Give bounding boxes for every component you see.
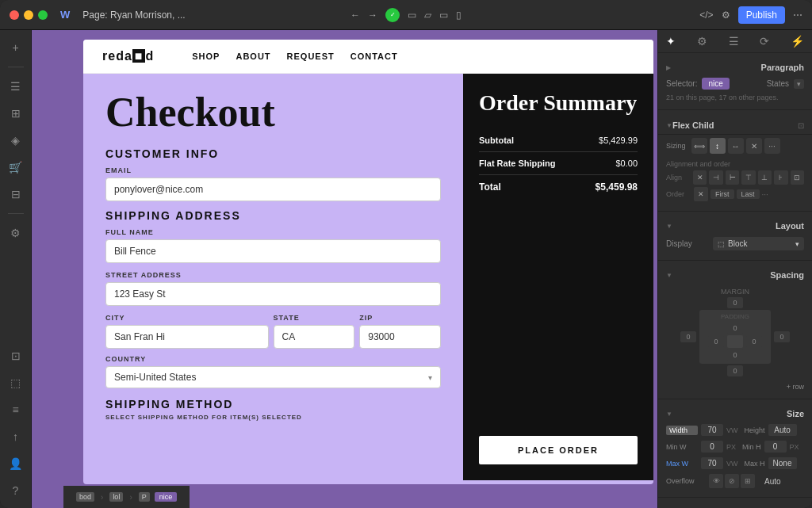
sidebar-item-cursor[interactable]: ⊡ bbox=[5, 345, 27, 367]
website-preview: reda■d SHOP ABOUT REQUEST CONTACT Checko… bbox=[83, 40, 653, 484]
state-label: STATE bbox=[274, 314, 355, 322]
sidebar-item-select[interactable]: ⬚ bbox=[5, 372, 27, 394]
sidebar-item-help[interactable]: ? bbox=[5, 479, 27, 502]
code-icon[interactable]: </> bbox=[699, 10, 713, 21]
sidebar-item-settings[interactable]: ⚙ bbox=[5, 222, 27, 244]
state-input[interactable]: CA bbox=[274, 325, 355, 349]
interactions-panel-icon[interactable]: ⟳ bbox=[760, 35, 769, 48]
email-input[interactable]: ponylover@nice.com bbox=[105, 178, 441, 201]
country-value: Semi-United States bbox=[114, 372, 428, 383]
mobile-landscape-icon[interactable]: ▭ bbox=[439, 10, 448, 21]
height-input[interactable]: Auto bbox=[768, 424, 797, 436]
overflow-scroll-icon[interactable]: ⊞ bbox=[741, 474, 755, 488]
total-value: $5,459.98 bbox=[596, 181, 638, 193]
margin-label: MARGIN bbox=[666, 288, 804, 296]
canvas-area[interactable]: reda■d SHOP ABOUT REQUEST CONTACT Checko… bbox=[32, 30, 657, 508]
size-header[interactable]: ▼ Size bbox=[658, 406, 812, 422]
minw-input[interactable]: 0 bbox=[701, 441, 723, 453]
zip-input[interactable]: 93000 bbox=[359, 325, 441, 349]
sidebar-item-export[interactable]: ↑ bbox=[5, 426, 27, 448]
padding-left[interactable]: 0 bbox=[708, 336, 724, 347]
sidebar-item-cms[interactable]: ⊟ bbox=[5, 183, 27, 205]
breadcrumb-p-nice[interactable]: P nice bbox=[132, 490, 184, 504]
sidebar-item-components[interactable]: ◈ bbox=[5, 129, 27, 151]
settings-panel-icon[interactable]: ⚙ bbox=[697, 35, 707, 48]
order-last-button[interactable]: Last bbox=[737, 189, 760, 199]
layout-header[interactable]: ▼ Layout bbox=[658, 218, 812, 234]
sidebar-item-user[interactable]: 👤 bbox=[5, 453, 27, 475]
zip-label: ZIP bbox=[359, 314, 441, 322]
minimize-button[interactable] bbox=[24, 10, 33, 20]
fullname-input[interactable]: Bill Fence bbox=[105, 239, 441, 263]
breadcrumb-bod[interactable]: bod bbox=[70, 490, 101, 504]
align-left-icon[interactable]: ⊣ bbox=[709, 170, 722, 185]
street-input[interactable]: 123 Easy St bbox=[105, 282, 441, 306]
stretch-icon[interactable]: ↕ bbox=[710, 138, 726, 154]
mobile-portrait-icon[interactable]: ▯ bbox=[456, 10, 462, 21]
layout-panel-icon[interactable]: ☰ bbox=[729, 35, 739, 48]
place-order-button[interactable]: PLACE ORDER bbox=[479, 436, 638, 464]
height-label-sm: Height bbox=[745, 426, 765, 434]
country-select[interactable]: Semi-United States ▾ bbox=[105, 366, 441, 388]
sidebar-item-layers[interactable]: ⊞ bbox=[5, 102, 27, 124]
title-bar: W Page: Ryan Morrison, ... ← → ✓ ▭ ▱ ▭ ▯… bbox=[0, 0, 812, 30]
style-panel-icon[interactable]: ✦ bbox=[666, 35, 676, 48]
paragraph-header[interactable]: ▶ Paragraph bbox=[658, 59, 812, 75]
more-sizing-icon[interactable]: ··· bbox=[764, 138, 780, 154]
layout-section: ▼ Layout Display ⬚ Block ▾ bbox=[658, 212, 812, 261]
width-input[interactable]: 70 bbox=[701, 424, 723, 436]
overflow-hidden-icon[interactable]: ⊘ bbox=[725, 474, 739, 488]
publish-button[interactable]: Publish bbox=[738, 6, 785, 24]
align-right-icon[interactable]: ⊤ bbox=[741, 170, 755, 185]
margin-right[interactable]: 0 bbox=[774, 331, 790, 342]
selector-value[interactable]: nice bbox=[702, 78, 729, 90]
fit-icon[interactable]: ↔ bbox=[728, 138, 744, 154]
margin-top[interactable]: 0 bbox=[727, 297, 743, 308]
desktop-icon[interactable]: ▭ bbox=[408, 10, 416, 21]
states-dropdown[interactable]: ▾ bbox=[794, 79, 804, 89]
add-spacing-button[interactable]: + row bbox=[787, 383, 804, 391]
fill-icon[interactable]: ✕ bbox=[746, 138, 762, 154]
overflow-visible-icon[interactable]: 👁 bbox=[709, 474, 723, 488]
margin-bottom[interactable]: 0 bbox=[727, 365, 743, 376]
padding-right[interactable]: 0 bbox=[746, 336, 762, 347]
order-x-icon[interactable]: ✕ bbox=[694, 187, 708, 201]
flex-child-section: ▼ Flex Child ⊡ Sizing ⟺ ↕ ↔ ✕ ··· Alignm… bbox=[658, 110, 812, 212]
minh-input[interactable]: 0 bbox=[764, 441, 787, 453]
align-x-icon[interactable]: ✕ bbox=[693, 170, 707, 185]
breadcrumb-lol[interactable]: lol bbox=[103, 490, 129, 504]
margin-left[interactable]: 0 bbox=[680, 331, 696, 342]
layout-chevron: ▼ bbox=[666, 223, 672, 230]
align-center-icon[interactable]: ⊢ bbox=[726, 170, 739, 185]
redo-icon[interactable]: → bbox=[368, 10, 377, 21]
close-button[interactable] bbox=[10, 10, 19, 20]
tablet-icon[interactable]: ▱ bbox=[424, 10, 431, 21]
flex-child-expand-icon[interactable]: ⊡ bbox=[798, 121, 804, 130]
settings-icon[interactable]: ⚙ bbox=[722, 10, 730, 21]
sidebar-item-add[interactable]: + bbox=[5, 36, 27, 59]
sidebar-item-code[interactable]: ≡ bbox=[5, 399, 27, 421]
align-fill-icon[interactable]: ⊡ bbox=[791, 170, 804, 185]
padding-bottom[interactable]: 0 bbox=[727, 349, 743, 361]
shipping-method-sub: SELECT SHIPPING METHOD FOR ITEM(S) SELEC… bbox=[105, 414, 441, 421]
order-first-button[interactable]: First bbox=[710, 189, 734, 199]
display-dropdown[interactable]: ⬚ Block ▾ bbox=[713, 237, 804, 250]
more-panel-icon[interactable]: ⚡ bbox=[791, 35, 804, 48]
spacing-header[interactable]: ▼ Spacing bbox=[658, 267, 812, 283]
maxw-input[interactable]: 70 bbox=[701, 457, 723, 469]
position-header[interactable]: ▼ Position bbox=[658, 504, 812, 508]
city-input[interactable]: San Fran Hi bbox=[105, 325, 269, 349]
more-icon[interactable]: ⋯ bbox=[793, 10, 802, 21]
max-row: Max W 70 VW Max H None bbox=[658, 455, 812, 472]
maximize-button[interactable] bbox=[38, 10, 48, 20]
maxh-input[interactable]: None bbox=[768, 457, 797, 469]
shrink-icon[interactable]: ⟺ bbox=[691, 138, 707, 154]
flex-child-header[interactable]: ▼ Flex Child ⊡ bbox=[658, 116, 812, 135]
padding-top[interactable]: 0 bbox=[727, 323, 743, 334]
breadcrumb-tag: lol bbox=[109, 492, 123, 502]
align-bottom-icon[interactable]: ⊦ bbox=[774, 170, 787, 185]
undo-icon[interactable]: ← bbox=[350, 10, 360, 21]
sidebar-item-assets[interactable]: 🛒 bbox=[5, 156, 27, 178]
align-top-icon[interactable]: ⊥ bbox=[758, 170, 772, 185]
sidebar-item-pages[interactable]: ☰ bbox=[5, 75, 27, 97]
